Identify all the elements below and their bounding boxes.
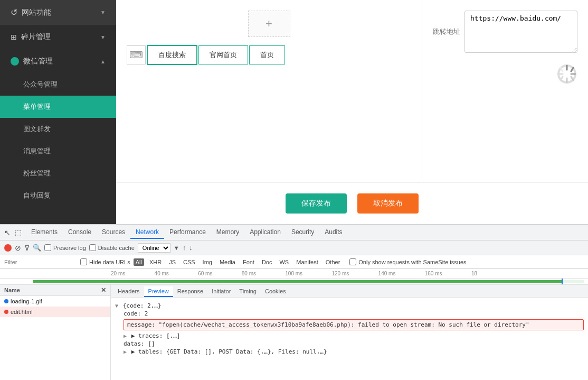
list-header-label: Name — [4, 287, 20, 293]
sidebar-item-wechat[interactable]: 微信管理 ▲ — [0, 49, 116, 73]
hide-data-urls-text: Hide data URLs — [89, 259, 130, 265]
sidebar-item-fans[interactable]: 粉丝管理 — [0, 162, 116, 184]
timeline-label-20: 20 ms — [111, 271, 125, 276]
tab-console[interactable]: Console — [63, 226, 97, 239]
disable-cache-label[interactable]: Disable cache — [89, 244, 135, 251]
timeline-progress — [33, 280, 562, 283]
sidebar-item-label: 菜单管理 — [23, 103, 51, 110]
tab-sources[interactable]: Sources — [97, 226, 130, 239]
close-detail-button[interactable]: ✕ — [101, 286, 106, 294]
filter-ws[interactable]: WS — [277, 258, 291, 266]
filter-input[interactable] — [4, 259, 77, 265]
detail-tab-response[interactable]: Response — [173, 286, 208, 297]
filter-doc[interactable]: Doc — [260, 258, 274, 266]
sidebar: ↺ 网站功能 ▼ ⊞ 碎片管理 ▼ 微信管理 ▲ — [0, 0, 116, 224]
disable-cache-checkbox[interactable] — [89, 244, 96, 251]
sidebar-item-menu-management[interactable]: 菜单管理 — [0, 96, 116, 118]
menu-item-home[interactable]: 首页 — [249, 45, 285, 64]
menu-item-label: 官网首页 — [210, 51, 237, 59]
sidebar-item-fragment[interactable]: ⊞ 碎片管理 ▼ — [0, 25, 116, 49]
detail-tab-headers[interactable]: Headers — [113, 286, 144, 297]
samesite-label[interactable]: Only show requests with SameSite issues — [349, 258, 466, 265]
sidebar-item-public-account[interactable]: 公众号管理 — [0, 73, 116, 96]
device-icon[interactable]: ⬚ — [15, 228, 22, 237]
samesite-text: Only show requests with SameSite issues — [358, 259, 466, 265]
filter-row: Hide data URLs All XHR JS CSS Img Media … — [0, 255, 588, 269]
filter-img[interactable]: Img — [201, 258, 214, 266]
tab-application[interactable]: Application — [244, 226, 286, 239]
svg-line-2 — [571, 68, 573, 71]
preserve-log-label[interactable]: Preserve log — [44, 244, 86, 251]
json-code: code: 2 — [115, 310, 584, 318]
tab-performance[interactable]: Performance — [164, 226, 211, 239]
refresh-icon: ↺ — [11, 7, 17, 17]
record-button[interactable] — [4, 244, 12, 252]
json-traces-text: ▶ traces: [,…] — [131, 332, 181, 339]
add-menu-button[interactable]: + — [248, 11, 290, 37]
url-label: 跳转地址 — [433, 27, 464, 36]
filter-xhr[interactable]: XHR — [147, 258, 164, 266]
samesite-checkbox[interactable] — [349, 258, 356, 265]
detail-tab-initiator[interactable]: Initiator — [207, 286, 235, 297]
filter-all[interactable]: All — [134, 258, 144, 266]
sidebar-item-site-function[interactable]: ↺ 网站功能 ▼ — [0, 0, 116, 25]
tab-security[interactable]: Security — [286, 226, 319, 239]
tab-network[interactable]: Network — [130, 226, 164, 239]
request-loading-gif[interactable]: loading-1.gif — [0, 296, 110, 307]
timeline-cursor — [562, 279, 563, 284]
menu-item-baidu[interactable]: 百度搜索 — [147, 45, 197, 65]
cancel-button[interactable]: 取消发布 — [357, 193, 419, 214]
json-datas: datas: [] — [115, 340, 584, 348]
upload-icon: ↑ — [183, 244, 186, 252]
tab-audits[interactable]: Audits — [319, 226, 347, 239]
stop-button[interactable]: ⊘ — [15, 244, 21, 252]
menu-editor: + ⌨ 百度搜索 官网首页 — [116, 0, 422, 182]
chevron-down-icon: ▼ — [100, 34, 106, 40]
svg-line-6 — [561, 77, 563, 80]
request-edit-html[interactable]: edit.html — [0, 307, 110, 317]
sidebar-item-message[interactable]: 消息管理 — [0, 140, 116, 162]
loading-spinner — [556, 63, 577, 85]
timeline-label-100: 100 ms — [285, 271, 302, 276]
detail-content: ▼ {code: 2,…} code: 2 message: "fopen(ca… — [111, 298, 588, 380]
preserve-log-text: Preserve log — [53, 245, 86, 251]
detail-tab-cookies[interactable]: Cookies — [261, 286, 290, 297]
detail-tab-preview[interactable]: Preview — [144, 286, 173, 297]
devtools-toolbar: ⊘ ⊽ 🔍 Preserve log Disable cache Online … — [0, 240, 588, 255]
sidebar-item-auto-reply[interactable]: 自动回复 — [0, 184, 116, 207]
sidebar-item-label: 微信管理 — [23, 57, 53, 66]
sidebar-item-label: 自动回复 — [23, 191, 51, 199]
sidebar-item-picture-text[interactable]: 图文群发 — [0, 118, 116, 140]
expand-traces-icon: ▶ — [124, 333, 127, 339]
filter-font[interactable]: Font — [241, 258, 257, 266]
filter-manifest[interactable]: Manifest — [294, 258, 320, 266]
save-button[interactable]: 保存发布 — [286, 193, 347, 214]
timeline-label-60: 60 ms — [198, 271, 212, 276]
json-root: ▼ {code: 2,…} — [115, 302, 584, 310]
hide-data-urls-checkbox[interactable] — [80, 258, 87, 265]
request-name-edit: edit.html — [11, 309, 33, 315]
filter-css[interactable]: CSS — [181, 258, 197, 266]
hide-data-urls-label[interactable]: Hide data URLs — [80, 258, 130, 265]
filter-other[interactable]: Other — [324, 258, 343, 266]
filter-icon[interactable]: ⊽ — [24, 244, 30, 252]
tab-elements[interactable]: Elements — [26, 226, 63, 239]
filter-media[interactable]: Media — [217, 258, 238, 266]
tab-memory[interactable]: Memory — [211, 226, 244, 239]
preserve-log-checkbox[interactable] — [44, 244, 51, 251]
search-icon[interactable]: 🔍 — [33, 244, 41, 252]
download-icon: ↓ — [189, 244, 193, 252]
detail-panel: Headers Preview Response Initiator Timin… — [111, 285, 588, 380]
menu-item-label: 百度搜索 — [158, 51, 186, 59]
cursor-icon[interactable]: ↖ — [4, 228, 11, 237]
json-message: message: "fopen(cache/wechat_access_toke… — [115, 319, 584, 330]
request-dot-blue — [4, 299, 8, 303]
detail-tab-timing[interactable]: Timing — [235, 286, 261, 297]
sidebar-item-label: 公众号管理 — [23, 80, 58, 88]
svg-line-8 — [561, 68, 563, 71]
sidebar-item-label: 网站功能 — [22, 8, 51, 17]
filter-js[interactable]: JS — [167, 258, 178, 266]
throttle-select[interactable]: Online — [138, 243, 170, 253]
url-input[interactable]: https://www.baidu.com/ — [464, 11, 577, 53]
menu-item-official[interactable]: 官网首页 — [198, 45, 248, 64]
